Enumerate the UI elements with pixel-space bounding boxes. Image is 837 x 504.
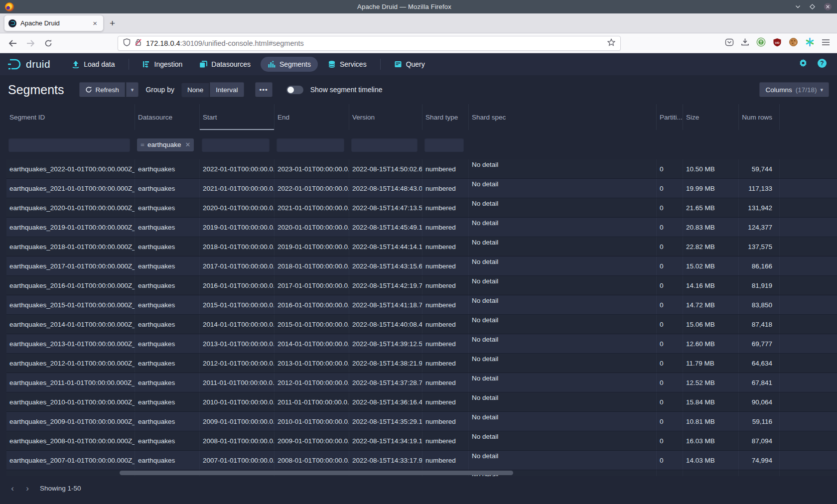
cell-start[interactable]: 2015-01-01T00:00:00.0... — [200, 295, 275, 314]
url-bar[interactable]: 172.18.0.4:30109/unified-console.html#se… — [118, 36, 621, 51]
cell-size[interactable]: 21.65 MB — [683, 198, 739, 217]
filter-remove-icon[interactable]: ✕ — [185, 141, 190, 148]
browser-tab[interactable]: Apache Druid × — [4, 15, 104, 31]
cell-num-rows[interactable]: 87,094 — [739, 431, 780, 450]
cell-size[interactable]: 10.81 MB — [683, 412, 739, 431]
cell-datasource[interactable]: earthquakes — [135, 354, 200, 373]
cell-shard-type[interactable]: numbered — [422, 179, 469, 198]
cell-shard-type[interactable]: numbered — [422, 373, 469, 392]
cell-version[interactable]: 2022-08-15T14:33:17.9... — [349, 451, 422, 470]
shard-type-filter-input[interactable] — [424, 138, 464, 152]
cell-partitioning[interactable]: 0 — [657, 179, 683, 198]
start-filter-input[interactable] — [202, 138, 270, 152]
cell-version[interactable]: 2022-08-15T14:45:49.1... — [349, 218, 422, 237]
cell-version[interactable]: 2022-08-15T14:43:15.6... — [349, 256, 422, 275]
cell-datasource[interactable]: earthquakes — [135, 179, 200, 198]
cell-segment-id[interactable]: earthquakes_2022-01-01T00:00:00.000Z_2..… — [6, 159, 135, 178]
datasource-filter-chip[interactable]: = earthquake ✕ — [137, 138, 194, 151]
cell-datasource[interactable]: earthquakes — [135, 256, 200, 275]
cell-partitioning[interactable]: 0 — [657, 218, 683, 237]
cell-end[interactable]: 2022-01-01T00:00:00.0... — [275, 179, 349, 198]
new-tab-button[interactable]: + — [105, 18, 120, 30]
table-row[interactable]: earthquakes_2013-01-01T00:00:00.000Z_2..… — [6, 334, 837, 354]
bookmark-star-icon[interactable] — [607, 38, 615, 48]
cell-end[interactable]: 2010-01-01T00:00:00.0... — [275, 412, 349, 431]
cell-size[interactable]: 12.52 MB — [683, 373, 739, 392]
cell-shard-type[interactable]: numbered — [422, 412, 469, 431]
cell-segment-id[interactable]: earthquakes_2011-01-01T00:00:00.000Z_2..… — [6, 373, 135, 392]
cell-end[interactable]: 2014-01-01T00:00:00.0... — [275, 334, 349, 353]
cell-shard-spec[interactable]: No detail — [469, 334, 657, 353]
cell-num-rows[interactable] — [739, 470, 780, 476]
url-text[interactable]: 172.18.0.4:30109/unified-console.html#se… — [146, 39, 603, 47]
cell-partitioning[interactable]: 0 — [657, 431, 683, 450]
cell-shard-spec[interactable]: No detail — [469, 373, 657, 392]
table-row[interactable]: earthquakes_2020-01-01T00:00:00.000Z_2..… — [6, 198, 837, 218]
cell-size[interactable]: 16.03 MB — [683, 431, 739, 450]
cell-shard-type[interactable]: numbered — [422, 159, 469, 178]
tab-close-icon[interactable]: × — [91, 18, 99, 28]
cell-partitioning[interactable]: 0 — [657, 315, 683, 334]
table-row[interactable]: earthquakes_2022-01-01T00:00:00.000Z_2..… — [6, 159, 837, 179]
cell-segment-id[interactable]: earthquakes_2019-01-01T00:00:00.000Z_2..… — [6, 218, 135, 237]
cell-shard-type[interactable]: numbered — [422, 334, 469, 353]
cell-partitioning[interactable]: 0 — [657, 295, 683, 314]
table-row[interactable]: earthquakes_2009-01-01T00:00:00.000Z_2..… — [6, 412, 837, 431]
cell-partitioning[interactable]: 0 — [657, 392, 683, 411]
cell-num-rows[interactable]: 69,777 — [739, 334, 780, 353]
cookie-extension-icon[interactable] — [789, 37, 798, 49]
cell-shard-type[interactable]: numbered — [422, 198, 469, 217]
cell-datasource[interactable]: earthquakes — [135, 334, 200, 353]
cell-datasource[interactable]: earthquakes — [135, 198, 200, 217]
group-by-interval-button[interactable]: Interval — [210, 82, 244, 97]
cell-shard-spec[interactable]: No detail — [469, 431, 657, 450]
cell-segment-id[interactable]: earthquakes_2018-01-01T00:00:00.000Z_2..… — [6, 237, 135, 256]
cell-end[interactable]: 2011-01-01T00:00:00.0... — [275, 392, 349, 411]
help-icon[interactable]: ? — [817, 58, 827, 70]
cell-datasource[interactable]: earthquakes — [135, 373, 200, 392]
cell-start[interactable]: 2021-01-01T00:00:00.0... — [200, 179, 275, 198]
cell-segment-id[interactable]: earthquakes_2006-01-01T00:00:00.000Z_2..… — [6, 470, 135, 476]
cell-end[interactable]: 2023-01-01T00:00:00.0... — [275, 159, 349, 178]
table-row[interactable]: earthquakes_2012-01-01T00:00:00.000Z_2..… — [6, 354, 837, 373]
cell-segment-id[interactable]: earthquakes_2010-01-01T00:00:00.000Z_2..… — [6, 392, 135, 411]
group-by-none-button[interactable]: None — [181, 82, 209, 97]
cell-partitioning[interactable]: 0 — [657, 198, 683, 217]
cell-start[interactable]: 2013-01-01T00:00:00.0... — [200, 334, 275, 353]
cell-segment-id[interactable]: earthquakes_2015-01-01T00:00:00.000Z_2..… — [6, 295, 135, 314]
cell-end[interactable]: 2012-01-01T00:00:00.0... — [275, 373, 349, 392]
table-row[interactable]: earthquakes_2008-01-01T00:00:00.000Z_2..… — [6, 431, 837, 451]
cell-size[interactable]: 22.82 MB — [683, 237, 739, 256]
cell-shard-type[interactable]: numbered — [422, 451, 469, 470]
column-header-size[interactable]: Size — [683, 104, 739, 130]
window-maximize-icon[interactable] — [809, 3, 816, 10]
end-filter-input[interactable] — [277, 138, 344, 152]
cell-num-rows[interactable]: 117,133 — [739, 179, 780, 198]
previous-page-button[interactable]: ‹ — [5, 481, 20, 496]
cell-num-rows[interactable]: 83,850 — [739, 295, 780, 314]
table-row[interactable]: earthquakes_2017-01-01T00:00:00.000Z_2..… — [6, 256, 837, 276]
cell-partitioning[interactable]: 0 — [657, 159, 683, 178]
forward-icon[interactable] — [23, 36, 38, 50]
cell-datasource[interactable]: earthquakes — [135, 431, 200, 450]
cell-end[interactable]: 2018-01-01T00:00:00.0... — [275, 256, 349, 275]
cell-partitioning[interactable]: 0 — [657, 412, 683, 431]
settings-gear-icon[interactable] — [798, 58, 808, 70]
table-row[interactable]: earthquakes_2019-01-01T00:00:00.000Z_2..… — [6, 218, 837, 237]
nav-item-segments[interactable]: Segments — [261, 57, 318, 72]
cell-partitioning[interactable]: 0 — [657, 373, 683, 392]
cell-num-rows[interactable]: 81,919 — [739, 276, 780, 295]
refresh-button[interactable]: Refresh — [79, 82, 125, 97]
pocket-icon[interactable] — [725, 38, 734, 49]
nav-item-datasources[interactable]: Datasources — [192, 57, 258, 72]
cell-shard-type[interactable]: numbered — [422, 276, 469, 295]
cell-segment-id[interactable]: earthquakes_2021-01-01T00:00:00.000Z_2..… — [6, 179, 135, 198]
cell-segment-id[interactable]: earthquakes_2007-01-01T00:00:00.000Z_2..… — [6, 451, 135, 470]
column-header-datasource[interactable]: Datasource — [135, 104, 200, 130]
cell-size[interactable]: 14.16 MB — [683, 276, 739, 295]
cell-shard-spec[interactable]: No detail — [469, 237, 657, 256]
cell-num-rows[interactable]: 131,942 — [739, 198, 780, 217]
table-row[interactable]: earthquakes_2021-01-01T00:00:00.000Z_2..… — [6, 179, 837, 198]
cell-version[interactable]: 2022-08-15T14:42:19.7... — [349, 276, 422, 295]
cell-datasource[interactable]: earthquakes — [135, 412, 200, 431]
